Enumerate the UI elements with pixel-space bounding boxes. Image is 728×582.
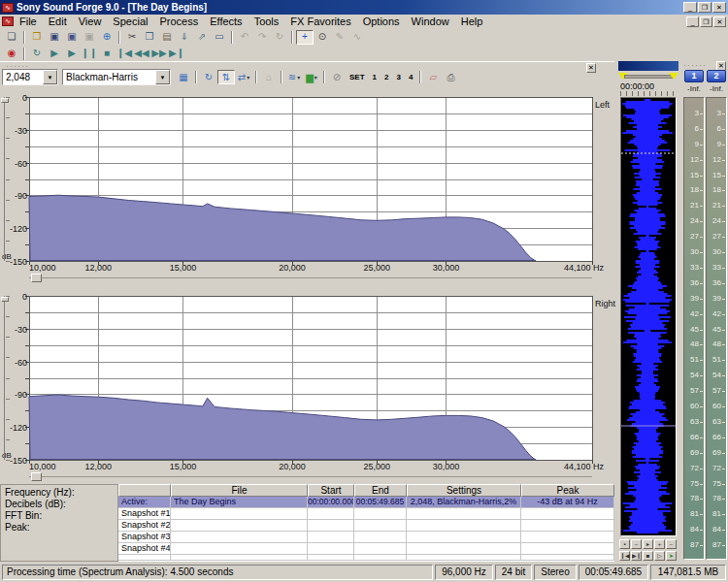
close-button[interactable]: ✕ (712, 2, 726, 13)
meter-column-2[interactable]: 3691215182124273033363942454851545760636… (706, 97, 727, 560)
new-file-button[interactable]: ❏ (3, 30, 20, 45)
snapshot-3-button[interactable]: 3 (392, 70, 404, 84)
document-icon[interactable]: ∿ (2, 16, 14, 26)
doc-close-button[interactable]: ✕ (713, 16, 726, 27)
overview-play-indicator-button[interactable]: ▸ (643, 539, 653, 549)
snapshot-row[interactable]: Snapshot #3: (118, 532, 614, 543)
print-button[interactable]: ⎙ (442, 70, 459, 84)
magnify-tool-button[interactable]: ⊙ (314, 30, 331, 45)
fill-color-button[interactable]: ▆▾ (303, 70, 320, 84)
open-button[interactable]: ❒ (28, 30, 46, 45)
vertical-zoom-thumb[interactable] (1, 297, 9, 302)
loop-end-marker-icon[interactable] (669, 73, 678, 80)
vertical-zoom-thumb[interactable] (1, 98, 9, 103)
overview-zoom-out-vertical-button[interactable]: – (631, 539, 642, 549)
fft-size-select[interactable]: 2,048 ▼ (2, 69, 58, 85)
pause-button[interactable]: ❙❙ (81, 47, 98, 61)
play-all-button[interactable]: ▶ (46, 47, 63, 61)
record-button[interactable]: ◉ (3, 47, 20, 61)
vertical-zoom-track[interactable] (4, 97, 5, 261)
overview-play-button[interactable]: ▷ (654, 551, 665, 561)
overview-extract-button[interactable]: ➤ (666, 551, 677, 561)
meters-grip[interactable]: ······ (683, 62, 707, 68)
vertical-zoom-track[interactable] (4, 296, 5, 460)
smoothing-window-dropdown-icon[interactable]: ▼ (155, 70, 170, 84)
line-style-dropdown-icon[interactable]: ▾ (297, 75, 300, 81)
save-as-button[interactable]: ▣ (63, 30, 81, 45)
frequency-scroll-slider[interactable] (29, 274, 592, 283)
cut-button[interactable]: ✂ (123, 30, 141, 45)
overview-zoom-out-button[interactable]: – (666, 539, 677, 549)
menu-view[interactable]: View (73, 16, 108, 28)
clear-snapshots-button[interactable]: ▱ (424, 70, 442, 84)
frequency-scroll-slider[interactable] (29, 472, 592, 482)
meter-column-1[interactable]: 3691215182124273033363942454851545760636… (683, 97, 705, 560)
menu-special[interactable]: Special (107, 16, 153, 28)
trim-button[interactable]: ▭ (211, 30, 228, 45)
stop-icon: ■ (104, 48, 110, 58)
meter-channel-1-button[interactable]: 1 (684, 70, 704, 82)
save-button[interactable]: ▣ (46, 30, 63, 45)
paste-button[interactable]: ▤ (158, 30, 176, 45)
paste-to-new-button[interactable]: ⇗ (193, 30, 211, 45)
play-button[interactable]: ▶ (63, 47, 81, 61)
go-to-start-button[interactable]: ❙◀ (116, 47, 133, 61)
hold-peaks-button[interactable]: ⇄▾ (235, 70, 252, 84)
menu-file[interactable]: File (14, 16, 43, 28)
snapshot-2-button[interactable]: 2 (381, 70, 392, 84)
copy-button[interactable]: ❐ (141, 30, 158, 45)
menu-options[interactable]: Options (357, 16, 406, 28)
go-to-end-button[interactable]: ▶❙ (168, 47, 185, 61)
freeze-button[interactable]: ⊘ (328, 70, 346, 84)
overview-zoom-in-button[interactable]: + (654, 539, 665, 549)
menu-fx-favorites[interactable]: FX Favorites (284, 16, 356, 28)
overview-stop-button[interactable]: ■ (643, 551, 653, 561)
snapshot-4-button[interactable]: 4 (405, 70, 416, 84)
menu-effects[interactable]: Effects (204, 16, 248, 28)
restore-button[interactable]: ❐ (698, 2, 711, 13)
snapshot-row[interactable]: Snapshot #2: (118, 520, 614, 532)
table-cell (521, 555, 614, 561)
edit-tool-button[interactable]: + (296, 30, 314, 45)
snapshot-row[interactable]: Snapshot #1: (118, 508, 614, 520)
overview-title-bar[interactable] (618, 61, 678, 71)
meter-scale-label: 12 (712, 156, 721, 164)
display-properties-button[interactable]: ▦ (175, 70, 192, 84)
menu-process[interactable]: Process (153, 16, 204, 28)
line-style-button[interactable]: ≋▾ (285, 70, 303, 84)
publish-button[interactable]: ⊕ (98, 30, 116, 45)
frequency-scroll-thumb[interactable] (31, 274, 42, 282)
menu-edit[interactable]: Edit (43, 16, 73, 28)
auto-update-button[interactable]: ⇅ (217, 70, 235, 84)
smoothing-window-select[interactable]: Blackman-Harris ▼ (62, 69, 171, 85)
set-snapshot-button[interactable]: SET (346, 70, 369, 84)
active-row[interactable]: Active:The Day Begins00:00:00.00000:05:4… (118, 497, 614, 508)
spectrum-close-button[interactable]: ✕ (586, 63, 596, 73)
doc-minimize-button[interactable]: _ (686, 16, 699, 27)
doc-restore-button[interactable]: ❐ (700, 16, 712, 27)
refresh-button[interactable]: ↻ (200, 70, 217, 84)
meter-scale-tick (700, 129, 703, 130)
snapshot-1-button[interactable]: 1 (369, 70, 381, 84)
stop-button[interactable]: ■ (98, 47, 116, 61)
frequency-scroll-thumb[interactable] (31, 472, 42, 481)
paste-special-button[interactable]: ⇓ (176, 30, 193, 45)
menu-tools[interactable]: Tools (248, 16, 285, 28)
fft-size-dropdown-icon[interactable]: ▼ (43, 70, 57, 84)
fill-color-dropdown-icon[interactable]: ▾ (314, 75, 317, 81)
loop-playback-button[interactable]: ↻ (28, 47, 46, 61)
minimize-button[interactable]: _ (683, 2, 697, 13)
forward-button[interactable]: ▶▶ (150, 47, 168, 61)
hold-peaks-dropdown-icon[interactable]: ▾ (247, 75, 249, 81)
overview-marker-button[interactable]: ▪ (619, 539, 630, 549)
meter-channel-2-button[interactable]: 2 (707, 70, 726, 82)
snapshot-row[interactable]: Snapshot #4: (118, 543, 614, 555)
menu-window[interactable]: Window (406, 16, 455, 28)
overview-go-to-start-button[interactable]: ❙◀ (619, 551, 630, 561)
overview-waveform[interactable] (620, 97, 677, 536)
menu-help[interactable]: Help (455, 16, 489, 28)
loop-region-bar[interactable] (624, 75, 673, 79)
overview-go-to-end-button[interactable]: ▶❙ (631, 551, 642, 561)
rewind-button[interactable]: ◀◀ (133, 47, 150, 61)
meter-scale-tick (722, 545, 725, 546)
